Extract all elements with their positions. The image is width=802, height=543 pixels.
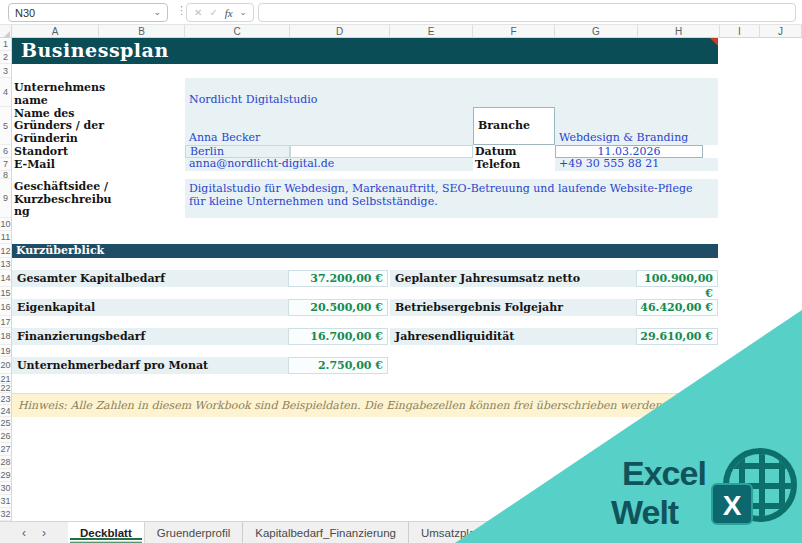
excel-window: N30 ⌄ ⋮ ✕ ✓ fx ⌄ ABCDEFGHIJ 123456789101… [0,0,802,543]
comment-marker-icon [710,38,718,46]
email-label: E-Mail [14,158,174,171]
kpi-label[interactable]: Finanzierungsbedarf [12,328,288,345]
tabs-scroll-right-icon[interactable]: › [42,526,46,540]
kpi-label[interactable]: Betriebsergebnis Folgejahr [390,299,636,316]
phone-cell[interactable]: +49 30 555 88 21 [555,158,718,171]
industry-label-cell[interactable]: Branche [473,107,555,145]
date-label: Datum [475,145,555,158]
sheet-title-band[interactable]: Businessplan [12,38,718,64]
kpi-value[interactable]: 37.200,00 € [288,270,388,287]
phone-label: Telefon [475,158,555,171]
tab-navigation: ‹ › [0,522,68,543]
email-cell[interactable]: anna@nordlicht-digital.de [185,158,473,171]
kpi-value[interactable]: 20.500,00 € [288,299,388,316]
founder-cell[interactable]: Anna Becker [185,107,473,145]
section-title: Kurzüberblick [16,244,104,257]
location-label: Standort [14,145,174,158]
sheet-tab-gruenderprofil[interactable]: Gruenderprofil [145,522,244,543]
hint-note-band: Hinweis: Alle Zahlen in diesem Workbook … [12,393,718,417]
industry-cell[interactable]: Webdesign & Branding [555,107,718,145]
idea-label: Geschäftsidee / Kurzbeschreibung [14,181,116,219]
svg-text:Excel: Excel [622,454,706,492]
page-title: Businessplan [21,39,169,61]
kpi-value[interactable]: 46.420,00 € [636,299,718,316]
company-cell[interactable]: Nordlicht Digitalstudio [185,78,718,107]
idea-cell[interactable]: Digitalstudio für Webdesign, Markenauftr… [185,179,718,218]
tabs-scroll-left-icon[interactable]: ‹ [22,526,26,540]
kpi-value[interactable]: 16.700,00 € [288,328,388,345]
kpi-label[interactable]: Jahresendliquidität [390,328,636,345]
hint-text: Hinweis: Alle Zahlen in diesem Workbook … [18,399,665,412]
section-header-band[interactable]: Kurzüberblick [12,244,718,258]
kpi-label[interactable]: Unternehmerbedarf pro Monat [12,357,288,374]
excel-x-tile-icon: X [712,484,752,524]
kpi-value[interactable]: 29.610,00 € [636,328,718,345]
sheet-tab-deckblatt[interactable]: Deckblatt [68,522,145,543]
excel-welt-logo: Excel Welt X [598,428,802,540]
kpi-label[interactable]: Eigenkapital [12,299,288,316]
kpi-label[interactable]: Geplanter Jahresumsatz netto [390,270,636,287]
sheet-tab-kapitalbedarf_finanzierung[interactable]: Kapitalbedarf_Finanzierung [243,522,409,543]
svg-text:Welt: Welt [611,493,679,531]
founder-label: Name des Gründers / der Gründerin [14,103,118,145]
svg-text:X: X [723,490,742,521]
kpi-value[interactable]: 100.900,00 € [636,270,718,287]
kpi-label[interactable]: Gesamter Kapitalbedarf [12,270,288,287]
kpi-value[interactable]: 2.750,00 € [288,357,388,374]
